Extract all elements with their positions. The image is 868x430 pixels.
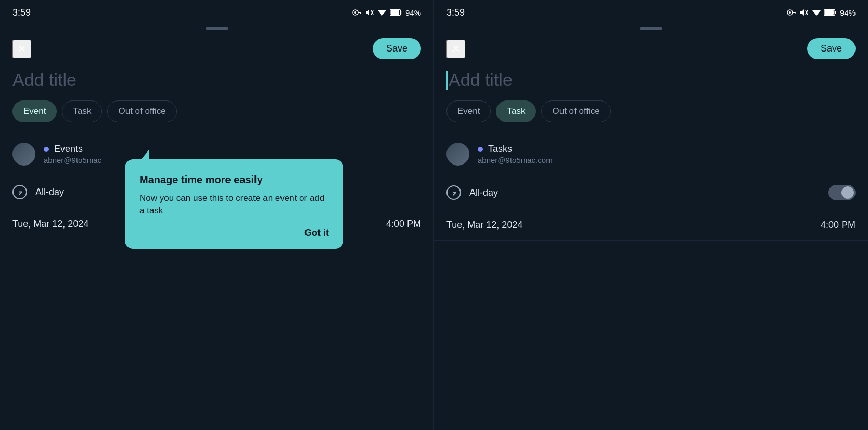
status-bar-right: 3:59 94% — [434, 0, 868, 23]
svg-rect-3 — [360, 12, 361, 14]
date-right: Tue, Mar 12, 2024 — [446, 220, 522, 231]
tab-task-right[interactable]: Task — [496, 100, 536, 122]
calendar-email-left: abner@9to5mac — [44, 156, 101, 165]
svg-point-1 — [354, 11, 356, 14]
key-icon-right — [787, 9, 796, 16]
date-left: Tue, Mar 12, 2024 — [12, 219, 88, 230]
mute-icon-right — [799, 8, 809, 17]
battery-icon-right — [824, 9, 837, 16]
svg-rect-8 — [400, 11, 401, 14]
time-right: 3:59 — [446, 7, 465, 18]
tab-task-left[interactable]: Task — [62, 100, 102, 122]
svg-rect-13 — [795, 12, 796, 14]
svg-point-11 — [789, 11, 791, 14]
allday-row-right[interactable]: All-day — [434, 175, 868, 210]
content-area-left: Events abner@9to5mac All-day Tue, Mar 12… — [0, 133, 433, 430]
svg-marker-16 — [812, 10, 821, 16]
time-value-right: 4:00 PM — [821, 220, 856, 231]
tooltip-title: Manage time more easily — [139, 174, 329, 186]
tooltip-action-area: Got it — [139, 227, 329, 238]
title-input-left[interactable] — [12, 70, 421, 90]
title-input-right[interactable] — [449, 70, 856, 90]
right-panel: 3:59 94% — [434, 0, 868, 430]
avatar-right — [446, 143, 469, 166]
status-icons-right: 94% — [787, 8, 856, 17]
calendar-info-right: Tasks abner@9to5mac.com — [478, 144, 553, 165]
svg-rect-9 — [390, 10, 399, 15]
close-button-right[interactable]: × — [446, 40, 465, 58]
content-area-right: Tasks abner@9to5mac.com All-day Tue, Mar… — [434, 133, 868, 430]
calendar-info-left: Events abner@9to5mac — [44, 144, 101, 165]
wifi-icon-right — [812, 9, 821, 16]
battery-pct-left: 94% — [405, 8, 421, 17]
time-left: 3:59 — [12, 7, 31, 18]
close-button-left[interactable]: × — [12, 40, 31, 58]
title-section-left — [0, 66, 433, 100]
calendar-email-right: abner@9to5mac.com — [478, 156, 553, 165]
mute-icon — [365, 8, 374, 17]
calendar-name-right: Tasks — [478, 144, 553, 155]
calendar-row-right[interactable]: Tasks abner@9to5mac.com — [434, 133, 868, 175]
avatar-left — [12, 143, 35, 166]
allday-toggle-right[interactable] — [828, 185, 856, 200]
tab-ooo-left[interactable]: Out of office — [107, 100, 176, 122]
header-right: × Save — [434, 32, 868, 66]
tab-ooo-right[interactable]: Out of office — [541, 100, 610, 122]
tooltip-popup: Manage time more easily Now you can use … — [125, 159, 343, 249]
tab-event-left[interactable]: Event — [12, 100, 57, 122]
datetime-row-right[interactable]: Tue, Mar 12, 2024 4:00 PM — [434, 210, 868, 241]
got-it-button[interactable]: Got it — [304, 227, 329, 238]
allday-label-left: All-day — [35, 187, 64, 198]
clock-icon-left — [12, 185, 27, 199]
tab-group-right: Event Task Out of office — [434, 100, 868, 133]
save-button-right[interactable]: Save — [807, 38, 856, 59]
clock-icon-right — [446, 185, 461, 200]
tab-event-right[interactable]: Event — [446, 100, 491, 122]
title-section-right — [434, 66, 868, 100]
dot-icon-left — [44, 147, 49, 152]
time-value-left: 4:00 PM — [386, 219, 421, 230]
status-icons-left: 94% — [352, 8, 421, 17]
save-button-left[interactable]: Save — [373, 38, 421, 59]
battery-pct-right: 94% — [840, 8, 856, 17]
svg-rect-18 — [835, 11, 836, 14]
text-cursor-right — [446, 71, 448, 90]
left-panel: 3:59 94% — [0, 0, 434, 430]
tab-group-left: Event Task Out of office — [0, 100, 433, 133]
svg-marker-6 — [378, 10, 386, 16]
drag-handle-right[interactable] — [434, 23, 868, 32]
svg-rect-19 — [825, 10, 834, 15]
drag-handle-left[interactable] — [0, 23, 433, 32]
dot-icon-right — [478, 147, 483, 152]
calendar-name-left: Events — [44, 144, 101, 155]
key-icon — [352, 9, 362, 16]
status-bar-left: 3:59 94% — [0, 0, 433, 23]
header-left: × Save — [0, 32, 433, 66]
tooltip-body: Now you can use this to create an event … — [139, 192, 329, 217]
battery-icon — [390, 9, 402, 16]
wifi-icon — [377, 9, 387, 16]
allday-label-right: All-day — [469, 187, 498, 198]
toggle-knob-right — [841, 186, 854, 199]
